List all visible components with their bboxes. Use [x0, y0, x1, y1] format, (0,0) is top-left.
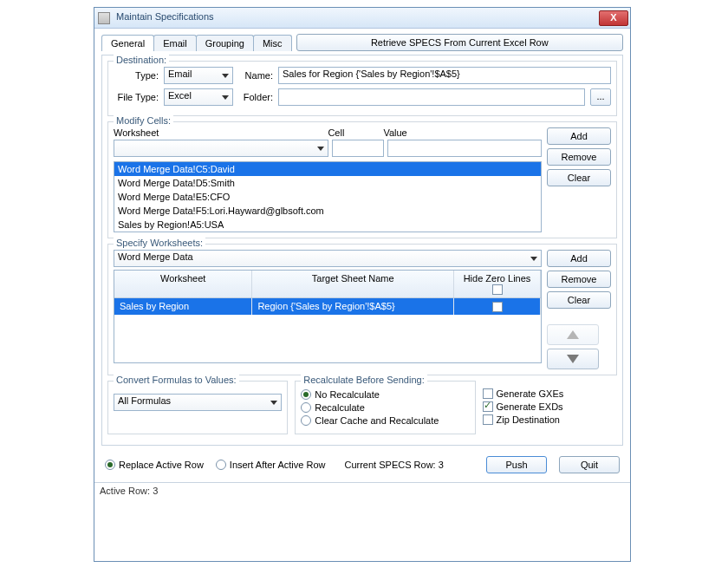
- grid-row[interactable]: Sales by Region Region {'Sales by Region…: [114, 298, 541, 315]
- worksheets-grid: Worksheet Target Sheet Name Hide Zero Li…: [114, 270, 542, 363]
- recalc-clear-radio[interactable]: [301, 415, 311, 426]
- move-up-button[interactable]: [547, 324, 599, 345]
- folder-label: Folder:: [238, 92, 273, 102]
- dialog-window: Maintain Specifications X General Email …: [94, 7, 631, 562]
- window-title: Maintain Specifications: [116, 11, 214, 22]
- modify-cells-list[interactable]: Word Merge Data!C5:David Word Merge Data…: [114, 161, 542, 232]
- status-bar: Active Row: 3: [94, 482, 630, 499]
- tab-panel-general: Destination: Type: Email Name: Sales for…: [101, 55, 623, 446]
- insert-row-radio[interactable]: [216, 460, 226, 470]
- hidezero-checkbox[interactable]: [492, 302, 503, 312]
- worksheet-header: Worksheet: [114, 127, 324, 138]
- arrow-down-icon: [567, 355, 579, 363]
- active-row-status: Active Row: 3: [100, 486, 158, 496]
- recalc-none-label: No Recalculate: [315, 389, 380, 400]
- tabs-row: General Email Grouping Misc Retrieve SPE…: [101, 34, 623, 51]
- destination-legend: Destination:: [114, 55, 169, 65]
- generate-gxe-label: Generate GXEs: [497, 388, 564, 399]
- generate-group: Generate GXEs Generate EXDs Zip Destinat…: [483, 381, 617, 440]
- modify-cell-input[interactable]: [332, 140, 384, 157]
- cell-header: Cell: [328, 127, 380, 138]
- tab-email[interactable]: Email: [153, 35, 197, 51]
- convert-group: Convert Formulas to Values: All Formulas: [107, 381, 288, 434]
- type-label: Type:: [114, 70, 159, 81]
- specify-add-button[interactable]: Add: [547, 250, 611, 267]
- zip-destination-checkbox[interactable]: [483, 414, 493, 425]
- list-item[interactable]: Word Merge Data!D5:Smith: [114, 176, 541, 190]
- recalc-yes-radio[interactable]: [301, 402, 311, 413]
- recalc-none-radio[interactable]: [301, 389, 311, 400]
- recalc-clear-label: Clear Cache and Recalculate: [315, 415, 439, 426]
- current-specs-row-label: Current SPECS Row: 3: [344, 460, 443, 470]
- modify-clear-button[interactable]: Clear: [547, 169, 611, 186]
- move-down-button[interactable]: [547, 349, 599, 369]
- grid-body[interactable]: Sales by Region Region {'Sales by Region…: [114, 298, 541, 362]
- folder-browse-button[interactable]: ...: [590, 88, 611, 106]
- modify-add-button[interactable]: Add: [547, 127, 611, 145]
- app-icon: [98, 12, 110, 24]
- col-hidezero: Hide Zero Lines: [454, 271, 541, 297]
- generate-gxe-checkbox[interactable]: [483, 388, 493, 399]
- tab-strip: General Email Grouping Misc: [101, 35, 291, 51]
- specify-worksheets-group: Specify Worksheets: Word Merge Data Work…: [107, 244, 617, 375]
- generate-exd-checkbox[interactable]: [483, 401, 493, 412]
- modify-value-input[interactable]: [387, 140, 542, 157]
- retrieve-specs-button[interactable]: Retrieve SPECS From Current Excel Row: [296, 34, 623, 51]
- generate-exd-label: Generate EXDs: [497, 401, 563, 412]
- filetype-select[interactable]: Excel: [164, 88, 233, 106]
- recalc-yes-label: Recalculate: [315, 402, 364, 413]
- svg-marker-1: [567, 355, 579, 363]
- insert-row-label: Insert After Active Row: [230, 460, 326, 470]
- grid-header: Worksheet Target Sheet Name Hide Zero Li…: [114, 271, 541, 298]
- specify-legend: Specify Worksheets:: [114, 238, 205, 248]
- arrow-up-icon: [567, 330, 579, 339]
- cell-target: Region {'Sales by Region'!$A$5}: [252, 298, 454, 315]
- tab-misc[interactable]: Misc: [253, 35, 292, 51]
- recalc-group: Recalculate Before Sending: No Recalcula…: [295, 381, 475, 434]
- modify-legend: Modify Cells:: [114, 115, 173, 126]
- value-header: Value: [383, 127, 542, 138]
- specify-worksheet-select[interactable]: Word Merge Data: [114, 250, 542, 267]
- hidezero-header-checkbox[interactable]: [492, 284, 503, 295]
- modify-cells-group: Modify Cells: Worksheet Cell Value: [107, 121, 617, 238]
- list-item[interactable]: Word Merge Data!F5:Lori.Hayward@glbsoft.…: [114, 204, 541, 218]
- filetype-label: File Type:: [114, 92, 159, 102]
- push-button[interactable]: Push: [486, 456, 547, 473]
- name-label: Name:: [238, 70, 273, 81]
- recalc-legend: Recalculate Before Sending:: [301, 375, 426, 385]
- cell-worksheet: Sales by Region: [114, 298, 252, 315]
- dialog-content: General Email Grouping Misc Retrieve SPE…: [94, 29, 630, 482]
- options-row: Convert Formulas to Values: All Formulas…: [107, 381, 617, 440]
- destination-group: Destination: Type: Email Name: Sales for…: [107, 61, 617, 116]
- list-item[interactable]: Sales by Region!A5:USA: [114, 218, 541, 232]
- replace-row-radio[interactable]: [105, 460, 115, 470]
- list-item[interactable]: Word Merge Data!C5:David: [114, 162, 541, 176]
- titlebar: Maintain Specifications X: [94, 8, 630, 29]
- col-target: Target Sheet Name: [252, 271, 454, 297]
- specify-remove-button[interactable]: Remove: [547, 271, 611, 288]
- cell-hidezero: [454, 298, 541, 315]
- type-select[interactable]: Email: [164, 67, 233, 84]
- close-button[interactable]: X: [599, 10, 628, 26]
- quit-button[interactable]: Quit: [559, 456, 620, 473]
- folder-input[interactable]: [278, 88, 585, 106]
- zip-destination-label: Zip Destination: [497, 414, 560, 425]
- svg-marker-0: [567, 330, 579, 339]
- convert-legend: Convert Formulas to Values:: [114, 375, 239, 385]
- specify-clear-button[interactable]: Clear: [547, 291, 611, 309]
- convert-select[interactable]: All Formulas: [114, 394, 282, 411]
- list-item[interactable]: Word Merge Data!E5:CFO: [114, 190, 541, 204]
- modify-worksheet-select[interactable]: [114, 140, 328, 157]
- tab-grouping[interactable]: Grouping: [196, 35, 254, 51]
- replace-row-label: Replace Active Row: [119, 460, 204, 470]
- name-input[interactable]: Sales for Region {'Sales by Region'!$A$5…: [278, 67, 611, 84]
- bottom-bar: Replace Active Row Insert After Active R…: [101, 451, 623, 477]
- col-worksheet: Worksheet: [114, 271, 252, 297]
- tab-general[interactable]: General: [101, 35, 154, 51]
- modify-remove-button[interactable]: Remove: [547, 148, 611, 166]
